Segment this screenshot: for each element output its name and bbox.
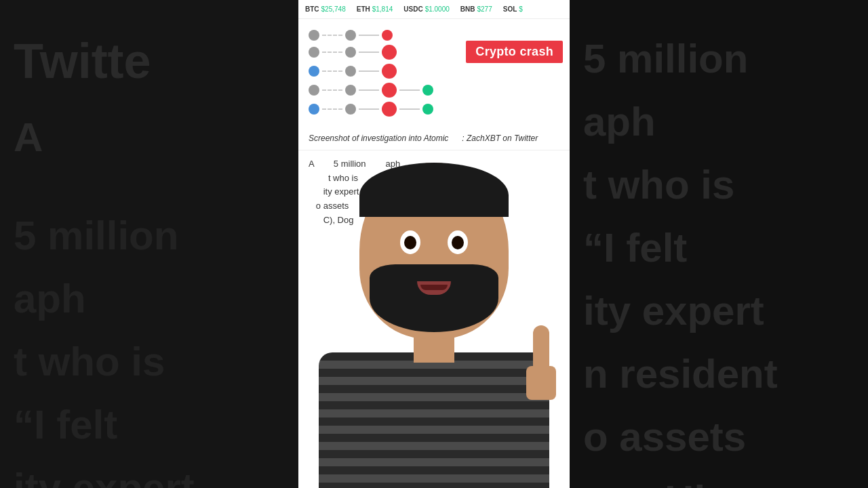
transaction-graph	[298, 19, 570, 127]
ticker-btc-price: $25,748	[321, 5, 346, 13]
bg-right-text-8: ms. His	[583, 468, 854, 488]
graph-connector	[322, 89, 342, 91]
graph-connector	[359, 89, 379, 91]
background-right: 5 million aph t who is “I felt ity exper…	[570, 0, 868, 488]
person-figure	[305, 136, 563, 488]
bg-left-text-6: “I felt	[14, 393, 285, 456]
ticker-bnb-label: BNB	[460, 5, 475, 13]
ticker-btc: BTC $25,748	[305, 5, 346, 13]
bg-left-text-3: 5 million	[14, 204, 285, 267]
ticker-eth-price: $1,814	[372, 5, 393, 13]
ticker-eth-label: ETH	[357, 5, 370, 13]
ticker-eth: ETH $1,814	[357, 5, 393, 13]
ticker-sol-price: $	[519, 5, 523, 13]
ticker-sol-label: SOL	[503, 5, 517, 13]
bg-right-text-5: ity expert	[583, 279, 854, 342]
bg-left-text-7: ity expert	[14, 456, 285, 488]
ticker-bnb: BNB $277	[460, 5, 492, 13]
graph-node	[345, 47, 356, 58]
graph-node	[382, 45, 397, 60]
ticker-usdc-price: $1.0000	[425, 5, 450, 13]
ticker-usdc-label: USDC	[403, 5, 422, 13]
graph-node	[309, 30, 319, 41]
bg-right-text-4: “I felt	[583, 216, 854, 279]
graph-connector	[359, 35, 379, 36]
center-panel: BTC $25,748 ETH $1,814 USDC $1.0000 BNB …	[298, 0, 570, 488]
graph-node	[382, 64, 397, 79]
graph-connector	[399, 108, 420, 110]
person-left-pupil	[404, 236, 416, 249]
bg-right-text-6: n resident	[583, 342, 854, 405]
person-beard	[370, 264, 498, 332]
bg-right-text-1: 5 million	[583, 27, 854, 90]
graph-connector	[359, 108, 379, 110]
graph-node	[309, 47, 319, 58]
ticker-bnb-price: $277	[477, 5, 492, 13]
ticker-usdc: USDC $1.0000	[403, 5, 450, 13]
graph-node	[422, 85, 433, 96]
ticker-btc-label: BTC	[305, 5, 319, 13]
graph-connector	[322, 35, 342, 36]
bg-left-text-1: Twitte	[14, 27, 285, 96]
graph-connector	[322, 70, 342, 72]
bg-right-text-3: t who is	[583, 153, 854, 216]
graph-connector	[359, 70, 379, 72]
person-right-eye	[448, 230, 468, 254]
person-eyes	[359, 230, 509, 254]
person-finger	[533, 325, 549, 380]
bg-left-text-5: t who is	[14, 330, 285, 393]
graph-node	[382, 30, 393, 41]
person-overlay	[298, 136, 570, 488]
graph-node	[345, 104, 356, 115]
graph-connector	[322, 108, 342, 110]
graph-node	[345, 66, 356, 77]
graph-node	[309, 104, 319, 115]
graph-node	[309, 66, 319, 77]
ticker-bar: BTC $25,748 ETH $1,814 USDC $1.0000 BNB …	[298, 0, 570, 19]
bg-right-text-2: aph	[583, 90, 854, 153]
graph-node	[345, 85, 356, 96]
bg-right-text-7: o assets	[583, 405, 854, 468]
graph-node	[382, 102, 397, 117]
person-hair	[359, 163, 509, 217]
person-head	[359, 163, 509, 339]
bg-left-text-2: A	[14, 109, 285, 166]
person-shirt	[319, 352, 549, 488]
bg-left-text-4: aph	[14, 267, 285, 330]
graph-connector	[359, 52, 379, 53]
crypto-crash-badge: Crypto crash	[466, 41, 563, 63]
person-hand	[533, 325, 549, 380]
person-right-pupil	[452, 236, 464, 249]
graph-connector	[399, 89, 420, 91]
crypto-crash-text: Crypto crash	[475, 45, 553, 58]
graph-node	[382, 83, 397, 98]
graph-node	[345, 30, 356, 41]
ticker-sol: SOL $	[503, 5, 523, 13]
graph-node	[309, 85, 319, 96]
person-left-eye	[400, 230, 420, 254]
graph-connector	[322, 52, 342, 53]
graph-node	[422, 104, 433, 115]
background-left: Twitte A 5 million aph t who is “I felt …	[0, 0, 298, 488]
